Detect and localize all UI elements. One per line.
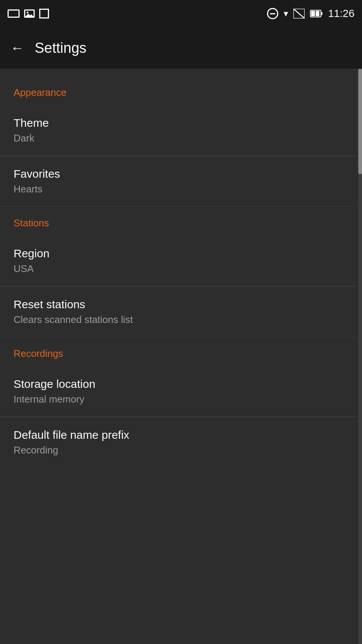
page-title: Settings: [35, 40, 86, 56]
scrollbar-thumb[interactable]: [358, 69, 362, 174]
setting-title-region: Region: [14, 247, 342, 260]
setting-title-favorites: Favorites: [14, 168, 342, 180]
section-header-recordings: Recordings: [0, 337, 356, 366]
setting-title-theme: Theme: [14, 117, 342, 129]
setting-title-file-name-prefix: Default file name prefix: [14, 429, 342, 441]
setting-title-storage-location: Storage location: [14, 378, 342, 390]
setting-item-reset-stations[interactable]: Reset stations Clears scanned stations l…: [0, 287, 356, 337]
setting-subtitle-favorites: Hearts: [14, 183, 342, 195]
battery-icon: [310, 9, 323, 18]
scrollbar[interactable]: [358, 69, 362, 644]
setting-subtitle-region: USA: [14, 263, 342, 275]
setting-subtitle-storage-location: Internal memory: [14, 393, 342, 405]
svg-line-3: [293, 9, 305, 18]
section-header-stations: Stations: [0, 207, 356, 236]
setting-item-storage-location[interactable]: Storage location Internal memory: [0, 366, 356, 417]
status-bar-right-icons: ▾ 11:26: [267, 8, 354, 20]
back-button[interactable]: ←: [11, 40, 24, 56]
setting-item-file-name-prefix[interactable]: Default file name prefix Recording: [0, 417, 356, 467]
dnd-icon: [267, 8, 278, 19]
square-icon: [39, 9, 49, 18]
app-bar: ← Settings: [0, 27, 362, 69]
wifi-icon: ▾: [284, 8, 288, 19]
svg-point-0: [27, 12, 29, 14]
setting-subtitle-file-name-prefix: Recording: [14, 444, 342, 456]
status-time: 11:26: [328, 8, 354, 20]
setting-subtitle-theme: Dark: [14, 132, 342, 144]
screencast-icon: [8, 9, 20, 18]
setting-item-region[interactable]: Region USA: [0, 236, 356, 286]
setting-subtitle-reset-stations: Clears scanned stations list: [14, 314, 342, 326]
image-icon: [24, 9, 35, 18]
setting-item-favorites[interactable]: Favorites Hearts: [0, 156, 356, 207]
settings-content-wrapper: Appearance Theme Dark Favorites Hearts S…: [0, 69, 362, 644]
svg-rect-5: [321, 12, 322, 15]
status-bar-left-icons: [8, 9, 49, 18]
svg-marker-1: [25, 14, 34, 17]
setting-item-theme[interactable]: Theme Dark: [0, 105, 356, 156]
setting-title-reset-stations: Reset stations: [14, 298, 342, 311]
status-bar: ▾ 11:26: [0, 0, 362, 27]
section-header-appearance: Appearance: [0, 76, 356, 105]
settings-list: Appearance Theme Dark Favorites Hearts S…: [0, 69, 362, 475]
sim-icon: [293, 9, 305, 18]
